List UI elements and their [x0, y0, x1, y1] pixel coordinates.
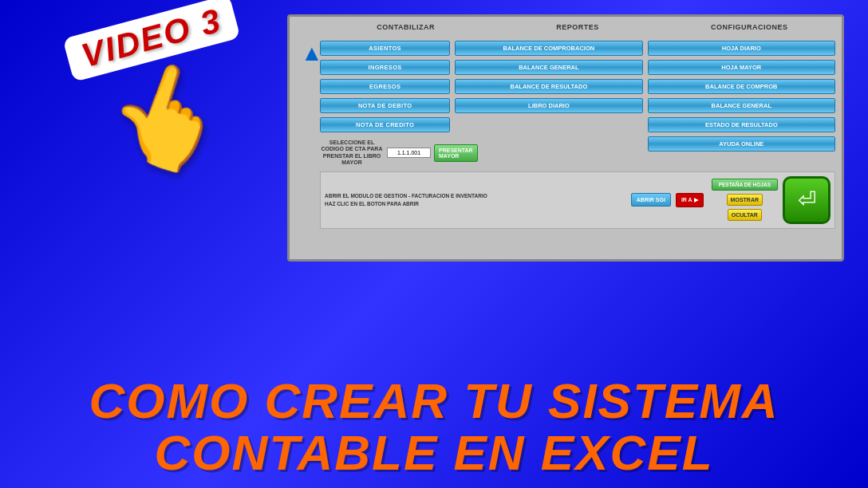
- pestana-hojas-button[interactable]: PESTAÑA DE HOJAS: [712, 179, 778, 191]
- excel-application: ▲ CONTABILIZAR REPORTES CONFIGURACIONES …: [287, 14, 844, 262]
- balance-general-button[interactable]: BALANCE GENERAL: [455, 60, 642, 75]
- egresos-button[interactable]: EGRESOS: [320, 79, 450, 94]
- up-arrow-icon: ▲: [301, 41, 323, 66]
- main-title: COMO CREAR TU SISTEMA CONTABLE EN EXCEL: [16, 375, 852, 478]
- contabilizar-column: ASIENTOS INGRESOS EGRESOS NOTA DE DEBITO…: [320, 41, 450, 167]
- ir-a-label: IR A: [681, 197, 692, 203]
- ir-a-button[interactable]: IR A ▶: [676, 193, 704, 207]
- title-line1: COMO CREAR TU SISTEMA: [16, 375, 852, 427]
- abrir-sgi-button[interactable]: ABRIR SGI: [631, 193, 671, 207]
- arrow-right-icon: ▶: [694, 197, 698, 203]
- balance-resultado-button[interactable]: BALANCE DE RESULTADO: [455, 79, 642, 94]
- salir-button[interactable]: ⏎: [783, 176, 831, 224]
- top-section: VIDEO 3 👆 ▲ CONTABILIZAR REPORTES CONFIG…: [0, 0, 868, 368]
- right-panel: PESTAÑA DE HOJAS MOSTRAR OCULTAR: [712, 179, 778, 221]
- left-side: VIDEO 3 👆: [16, 8, 287, 173]
- exit-icon: ⏎: [798, 187, 816, 213]
- bottom-line1: ABRIR EL MODULO DE GESTION - FACTURACION…: [325, 192, 626, 199]
- mostrar-button[interactable]: MOSTRAR: [727, 194, 763, 206]
- balance-comprobacion-button[interactable]: BALANCE DE COMPROBACION: [455, 41, 642, 56]
- estado-resultado-button[interactable]: ESTADO DE RESULTADO: [648, 117, 835, 132]
- col-header-reportes: REPORTES: [491, 23, 663, 31]
- nota-debito-button[interactable]: NOTA DE DEBITO: [320, 98, 450, 113]
- seleccione-label: SELECCIONE EL CODIGO DE CTA PARA PRENSTA…: [320, 140, 384, 167]
- configuraciones-column: HOJA DIARIO HOJA MAYOR BALANCE DE COMPRO…: [648, 41, 835, 167]
- bottom-section: COMO CREAR TU SISTEMA CONTABLE EN EXCEL: [0, 368, 868, 488]
- bottom-line2: HAZ CLIC EN EL BOTON PARA ABRIR: [325, 200, 626, 207]
- title-line2: CONTABLE EN EXCEL: [16, 427, 852, 478]
- col-header-contabilizar: CONTABILIZAR: [320, 23, 491, 31]
- asientos-button[interactable]: ASIENTOS: [320, 41, 450, 56]
- cta-input[interactable]: [387, 148, 431, 158]
- seleccione-row: SELECCIONE EL CODIGO DE CTA PARA PRENSTA…: [320, 140, 450, 167]
- col-header-configuraciones: CONFIGURACIONES: [664, 23, 835, 31]
- nota-credito-button[interactable]: NOTA DE CREDITO: [320, 117, 450, 132]
- hoja-mayor-button[interactable]: HOJA MAYOR: [648, 60, 835, 75]
- bottom-panel: ABRIR EL MODULO DE GESTION - FACTURACION…: [320, 171, 835, 229]
- balance-comprob-button[interactable]: BALANCE DE COMPROB: [648, 79, 835, 94]
- libro-diario-button[interactable]: LIBRO DIARIO: [455, 98, 642, 113]
- bottom-info-text: ABRIR EL MODULO DE GESTION - FACTURACION…: [325, 192, 626, 207]
- hoja-diario-button[interactable]: HOJA DIARIO: [648, 41, 835, 56]
- ingresos-button[interactable]: INGRESOS: [320, 60, 450, 75]
- ayuda-online-button[interactable]: AYUDA ONLINE: [648, 136, 835, 152]
- ocultar-button[interactable]: OCULTAR: [728, 209, 762, 221]
- balance-general-config-button[interactable]: BALANCE GENERAL: [648, 98, 835, 113]
- main-container: VIDEO 3 👆 ▲ CONTABILIZAR REPORTES CONFIG…: [0, 0, 868, 488]
- reportes-column: BALANCE DE COMPROBACION BALANCE GENERAL …: [455, 41, 642, 167]
